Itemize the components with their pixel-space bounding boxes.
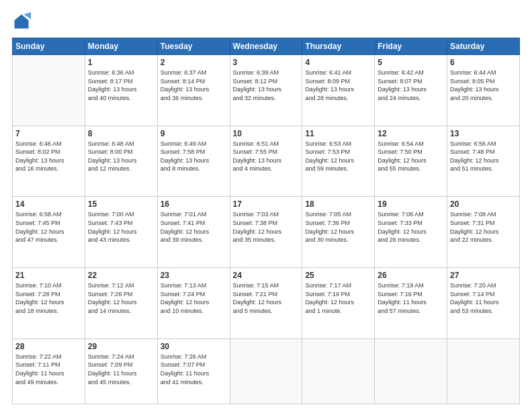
day-number: 27 (450, 271, 517, 280)
page: SundayMondayTuesdayWednesdayThursdayFrid… (0, 0, 532, 411)
day-info: Sunrise: 7:15 AM Sunset: 7:21 PM Dayligh… (233, 281, 300, 315)
calendar-cell: 27Sunrise: 7:20 AM Sunset: 7:14 PM Dayli… (447, 268, 520, 339)
day-number: 19 (378, 199, 444, 209)
day-number: 25 (305, 271, 371, 280)
calendar-cell: 18Sunrise: 7:05 AM Sunset: 7:36 PM Dayli… (302, 197, 375, 268)
day-number: 21 (15, 271, 82, 280)
day-info: Sunrise: 7:13 AM Sunset: 7:24 PM Dayligh… (161, 281, 227, 315)
day-info: Sunrise: 6:41 AM Sunset: 8:09 PM Dayligh… (305, 68, 371, 102)
day-info: Sunrise: 6:49 AM Sunset: 7:58 PM Dayligh… (161, 140, 227, 173)
day-info: Sunrise: 6:53 AM Sunset: 7:53 PM Dayligh… (305, 140, 371, 173)
day-number: 3 (233, 58, 300, 67)
calendar-cell: 10Sunrise: 6:51 AM Sunset: 7:55 PM Dayli… (230, 126, 302, 197)
calendar-cell: 16Sunrise: 7:01 AM Sunset: 7:41 PM Dayli… (157, 197, 230, 268)
calendar-week-4: 21Sunrise: 7:10 AM Sunset: 7:28 PM Dayli… (13, 268, 520, 339)
weekday-header-row: SundayMondayTuesdayWednesdayThursdayFrid… (13, 38, 520, 55)
calendar-cell (13, 55, 85, 126)
calendar-cell: 9Sunrise: 6:49 AM Sunset: 7:58 PM Daylig… (157, 126, 230, 197)
day-info: Sunrise: 7:17 AM Sunset: 7:19 PM Dayligh… (305, 281, 371, 315)
weekday-header-wednesday: Wednesday (230, 38, 302, 55)
calendar-cell: 29Sunrise: 7:24 AM Sunset: 7:09 PM Dayli… (85, 338, 157, 404)
day-info: Sunrise: 7:12 AM Sunset: 7:26 PM Dayligh… (88, 281, 154, 315)
calendar-cell: 5Sunrise: 6:42 AM Sunset: 8:07 PM Daylig… (375, 55, 447, 126)
day-info: Sunrise: 6:51 AM Sunset: 7:55 PM Dayligh… (233, 140, 300, 173)
logo (12, 12, 34, 31)
calendar-cell: 23Sunrise: 7:13 AM Sunset: 7:24 PM Dayli… (157, 268, 230, 339)
calendar-week-3: 14Sunrise: 6:58 AM Sunset: 7:45 PM Dayli… (13, 197, 520, 268)
day-number: 29 (88, 342, 154, 351)
day-number: 22 (88, 271, 154, 280)
calendar-cell: 8Sunrise: 6:48 AM Sunset: 8:00 PM Daylig… (85, 126, 157, 197)
weekday-header-thursday: Thursday (302, 38, 375, 55)
day-info: Sunrise: 7:00 AM Sunset: 7:43 PM Dayligh… (88, 210, 154, 244)
calendar-week-1: 1Sunrise: 6:36 AM Sunset: 8:17 PM Daylig… (13, 55, 520, 126)
calendar-cell: 7Sunrise: 6:46 AM Sunset: 8:02 PM Daylig… (13, 126, 85, 197)
day-number: 15 (88, 199, 154, 209)
calendar-table: SundayMondayTuesdayWednesdayThursdayFrid… (12, 38, 520, 404)
calendar-cell: 19Sunrise: 7:06 AM Sunset: 7:33 PM Dayli… (375, 197, 447, 268)
calendar-cell: 3Sunrise: 6:39 AM Sunset: 8:12 PM Daylig… (230, 55, 302, 126)
day-info: Sunrise: 7:03 AM Sunset: 7:38 PM Dayligh… (233, 210, 300, 244)
weekday-header-sunday: Sunday (13, 38, 85, 55)
day-number: 14 (15, 199, 82, 209)
day-info: Sunrise: 6:36 AM Sunset: 8:17 PM Dayligh… (88, 68, 154, 102)
day-info: Sunrise: 7:01 AM Sunset: 7:41 PM Dayligh… (161, 210, 227, 244)
calendar-cell: 13Sunrise: 6:56 AM Sunset: 7:48 PM Dayli… (447, 126, 520, 197)
day-number: 13 (450, 129, 517, 138)
day-info: Sunrise: 6:56 AM Sunset: 7:48 PM Dayligh… (450, 140, 517, 173)
day-number: 8 (88, 129, 154, 138)
day-info: Sunrise: 7:24 AM Sunset: 7:09 PM Dayligh… (88, 353, 154, 386)
calendar-cell (375, 338, 447, 404)
day-number: 17 (233, 199, 300, 209)
day-info: Sunrise: 6:48 AM Sunset: 8:00 PM Dayligh… (88, 140, 154, 173)
day-number: 30 (161, 342, 227, 351)
day-number: 6 (450, 58, 517, 67)
day-number: 20 (450, 199, 517, 209)
calendar-cell (447, 338, 520, 404)
logo-icon (12, 12, 31, 31)
calendar-cell: 26Sunrise: 7:19 AM Sunset: 7:16 PM Dayli… (375, 268, 447, 339)
day-info: Sunrise: 6:58 AM Sunset: 7:45 PM Dayligh… (15, 210, 82, 244)
day-number: 26 (378, 271, 444, 280)
day-info: Sunrise: 7:06 AM Sunset: 7:33 PM Dayligh… (378, 210, 444, 244)
day-info: Sunrise: 7:05 AM Sunset: 7:36 PM Dayligh… (305, 210, 371, 244)
weekday-header-tuesday: Tuesday (157, 38, 230, 55)
calendar-cell: 21Sunrise: 7:10 AM Sunset: 7:28 PM Dayli… (13, 268, 85, 339)
day-info: Sunrise: 7:08 AM Sunset: 7:31 PM Dayligh… (450, 210, 517, 244)
calendar-cell: 14Sunrise: 6:58 AM Sunset: 7:45 PM Dayli… (13, 197, 85, 268)
day-number: 10 (233, 129, 300, 138)
calendar-cell (230, 338, 302, 404)
day-info: Sunrise: 6:37 AM Sunset: 8:14 PM Dayligh… (161, 68, 227, 102)
weekday-header-monday: Monday (85, 38, 157, 55)
day-number: 24 (233, 271, 300, 280)
weekday-header-saturday: Saturday (447, 38, 520, 55)
day-number: 9 (161, 129, 227, 138)
day-info: Sunrise: 6:46 AM Sunset: 8:02 PM Dayligh… (15, 140, 82, 173)
calendar-cell: 20Sunrise: 7:08 AM Sunset: 7:31 PM Dayli… (447, 197, 520, 268)
calendar-cell: 15Sunrise: 7:00 AM Sunset: 7:43 PM Dayli… (85, 197, 157, 268)
day-info: Sunrise: 6:54 AM Sunset: 7:50 PM Dayligh… (378, 140, 444, 173)
calendar-cell: 28Sunrise: 7:22 AM Sunset: 7:11 PM Dayli… (13, 338, 85, 404)
calendar-cell: 25Sunrise: 7:17 AM Sunset: 7:19 PM Dayli… (302, 268, 375, 339)
day-number: 12 (378, 129, 444, 138)
calendar-cell: 17Sunrise: 7:03 AM Sunset: 7:38 PM Dayli… (230, 197, 302, 268)
day-number: 1 (88, 58, 154, 67)
svg-marker-0 (15, 15, 29, 29)
day-number: 2 (161, 58, 227, 67)
calendar-cell: 11Sunrise: 6:53 AM Sunset: 7:53 PM Dayli… (302, 126, 375, 197)
day-number: 11 (305, 129, 371, 138)
day-info: Sunrise: 6:44 AM Sunset: 8:05 PM Dayligh… (450, 68, 517, 102)
calendar-cell: 12Sunrise: 6:54 AM Sunset: 7:50 PM Dayli… (375, 126, 447, 197)
day-info: Sunrise: 7:19 AM Sunset: 7:16 PM Dayligh… (378, 281, 444, 315)
calendar-week-2: 7Sunrise: 6:46 AM Sunset: 8:02 PM Daylig… (13, 126, 520, 197)
day-number: 5 (378, 58, 444, 67)
day-number: 23 (161, 271, 227, 280)
day-info: Sunrise: 6:39 AM Sunset: 8:12 PM Dayligh… (233, 68, 300, 102)
day-number: 7 (15, 129, 82, 138)
day-info: Sunrise: 6:42 AM Sunset: 8:07 PM Dayligh… (378, 68, 444, 102)
header (12, 12, 520, 31)
calendar-cell: 1Sunrise: 6:36 AM Sunset: 8:17 PM Daylig… (85, 55, 157, 126)
day-info: Sunrise: 7:22 AM Sunset: 7:11 PM Dayligh… (15, 353, 82, 386)
weekday-header-friday: Friday (375, 38, 447, 55)
calendar-cell: 6Sunrise: 6:44 AM Sunset: 8:05 PM Daylig… (447, 55, 520, 126)
